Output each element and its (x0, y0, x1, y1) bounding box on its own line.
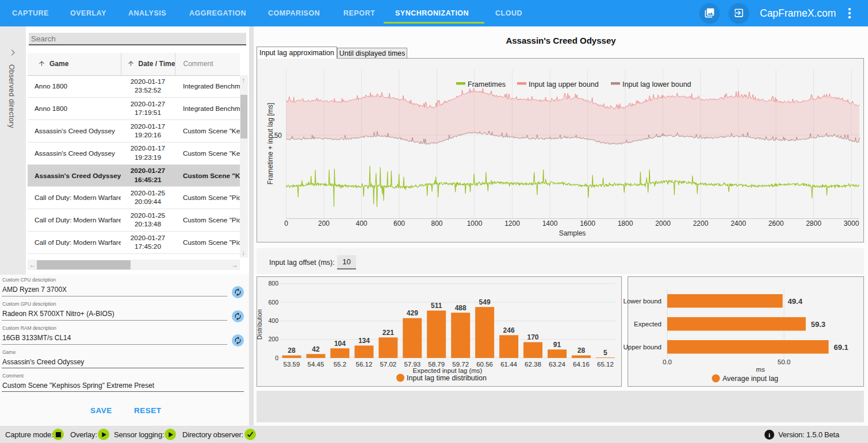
svg-text:Average input lag: Average input lag (722, 375, 778, 383)
svg-text:Distribution: Distribution (256, 309, 263, 340)
svg-text:Expected: Expected (634, 321, 661, 328)
svg-text:800: 800 (268, 280, 278, 287)
svg-text:56.12: 56.12 (356, 361, 373, 368)
svg-text:Input lag lower bound: Input lag lower bound (622, 80, 691, 88)
svg-text:1600: 1600 (580, 219, 595, 228)
svg-text:65.12: 65.12 (597, 361, 614, 368)
svg-text:Input lag upper bound: Input lag upper bound (529, 80, 599, 88)
svg-text:55.2: 55.2 (334, 361, 346, 368)
svg-text:0: 0 (275, 355, 278, 361)
svg-text:Frametime + input lag [ms]: Frametime + input lag [ms] (266, 103, 274, 184)
svg-text:28: 28 (578, 346, 586, 355)
svg-text:50: 50 (274, 132, 282, 140)
svg-text:63.24: 63.24 (549, 361, 565, 368)
svg-text:1400: 1400 (542, 219, 558, 228)
svg-text:Expected input lag (ms): Expected input lag (ms) (413, 367, 483, 374)
svg-text:28: 28 (288, 346, 296, 355)
svg-text:Samples: Samples (559, 229, 586, 237)
svg-text:549: 549 (479, 298, 491, 306)
svg-text:2000: 2000 (655, 219, 671, 228)
svg-text:57.02: 57.02 (380, 361, 396, 368)
svg-text:800: 800 (431, 219, 442, 228)
svg-text:59.3: 59.3 (811, 320, 825, 329)
svg-text:200: 200 (268, 336, 278, 342)
svg-text:Frametimes: Frametimes (468, 80, 506, 88)
svg-text:2400: 2400 (731, 219, 746, 228)
svg-text:170: 170 (527, 333, 538, 341)
svg-text:600: 600 (268, 299, 278, 306)
svg-text:Input lag time distribution: Input lag time distribution (407, 374, 487, 382)
svg-text:Lower bound: Lower bound (624, 298, 662, 305)
svg-text:1000: 1000 (467, 219, 483, 228)
svg-text:53.59: 53.59 (284, 361, 300, 368)
svg-text:54.45: 54.45 (308, 361, 324, 368)
svg-text:2200: 2200 (693, 219, 709, 228)
svg-text:200: 200 (318, 219, 330, 228)
svg-text:64.16: 64.16 (573, 361, 590, 368)
svg-text:69.1: 69.1 (834, 343, 848, 352)
svg-text:488: 488 (455, 304, 466, 312)
svg-text:600: 600 (393, 219, 405, 228)
svg-text:1800: 1800 (618, 219, 633, 228)
svg-text:221: 221 (383, 329, 394, 337)
svg-text:429: 429 (407, 309, 418, 317)
svg-text:Upper bound: Upper bound (624, 344, 662, 350)
svg-text:400: 400 (268, 317, 278, 324)
svg-text:3000: 3000 (844, 219, 859, 228)
svg-text:104: 104 (334, 340, 346, 348)
svg-text:62.38: 62.38 (525, 361, 541, 368)
svg-text:400: 400 (355, 219, 367, 228)
svg-text:50.0: 50.0 (778, 359, 790, 365)
svg-text:5: 5 (603, 349, 607, 357)
svg-text:511: 511 (431, 302, 442, 310)
svg-text:246: 246 (503, 326, 515, 334)
svg-text:2800: 2800 (806, 219, 821, 228)
svg-text:2600: 2600 (768, 219, 784, 228)
svg-text:49.4: 49.4 (788, 297, 803, 306)
svg-text:0: 0 (284, 219, 288, 228)
svg-text:91: 91 (553, 341, 561, 349)
svg-text:1200: 1200 (504, 219, 520, 228)
svg-text:134: 134 (358, 337, 370, 345)
svg-text:ms: ms (756, 366, 765, 373)
svg-text:0.0: 0.0 (663, 359, 672, 365)
svg-text:42: 42 (312, 345, 320, 353)
svg-text:61.44: 61.44 (500, 361, 517, 368)
